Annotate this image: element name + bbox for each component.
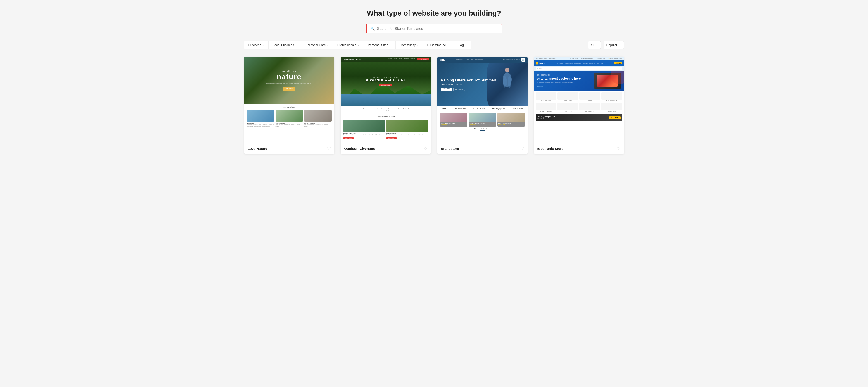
search-container: 🔍 [244,24,624,33]
love-nature-heart-icon[interactable]: ♡ [327,146,331,151]
template-name-love-nature: Love Nature [248,147,268,150]
list-item: GADGETS [579,92,600,101]
electronic-search-bar: 🔍 Search... [536,67,622,70]
brandstore-nav: DNK EVERYTHING WOMEN MEN ACCESSORIES ABO… [437,57,528,63]
filter-sort-select[interactable]: Popular Newest [603,41,624,49]
search-input[interactable] [377,27,498,31]
filter-tabs: Business ▼ Local Business ▼ Personal Car… [244,41,471,49]
chevron-down-icon: ▼ [295,44,297,47]
electronic-banner-text-wrap: The only case you need. Get 30% Off [537,116,556,119]
template-footer-brandstore: Brandstore ♡ [437,143,528,154]
tab-professionals[interactable]: Professionals ▼ [333,41,364,49]
love-nature-service-img-1 [247,110,274,122]
list-item: Let's Lorem Suit Up! CHECK OUT [497,113,525,126]
brandstore-featured-line [479,130,485,131]
outdoor-nav: OUTDOOR ADVENTURES Home About Blog Proje… [341,57,431,62]
tab-personal-care[interactable]: Personal Care ▼ [301,41,333,49]
template-preview-love-nature: we all love nature Look deep into nature… [244,57,334,143]
template-preview-brandstore: DNK EVERYTHING WOMEN MEN ACCESSORIES ABO… [437,57,528,143]
brandstore-hero: Raining Offers For Hot Summer! 25% Off O… [437,63,528,106]
template-card-brandstore[interactable]: DNK EVERYTHING WOMEN MEN ACCESSORIES ABO… [437,57,528,154]
outdoor-event-img-2 [386,120,428,132]
chevron-down-icon: ▼ [447,44,449,47]
tab-community[interactable]: Community ▼ [396,41,423,49]
filter-right: All Popular Newest [588,41,624,49]
electronic-topbar-right: 🚚 Free Shipping ✉ We are available 24/7 … [570,58,622,59]
love-nature-hero-desc: Look deep into nature, and you will unde… [267,82,312,85]
list-item: Everest Camp Trek Fuerat aecu carentem h… [343,120,385,140]
template-footer-love-nature: Love Nature ♡ [244,143,334,154]
template-name-brandstore: Brandstore [441,147,459,150]
love-nature-services: Our Services Web Design There are many w… [244,104,334,143]
list-item: Web Design There are many ways to help a… [247,110,274,127]
brandstore-products-grid: 20% Off on Tank Tops SHOP NOW Latest Eye… [440,113,525,126]
love-nature-hero: we all love nature Look deep into nature… [244,57,334,104]
template-name-outdoor-adventure: Outdoor Adventure [344,147,375,150]
electronic-cat-img-8 [601,103,622,110]
love-nature-service-img-2 [276,110,303,122]
brandstore-products: 20% Off on Tank Tops SHOP NOW Latest Eye… [437,111,528,143]
list-item: Content Creation There are many words so… [304,110,332,127]
list-item: KITCHEN APPLIANCES [536,103,557,112]
electronic-cat-img-5 [536,103,557,110]
brandstore-hero-btns: SHOP NOW FIND MORE [441,88,524,91]
electronic-nav-links: All products Home appliances Audio & vid… [557,62,603,64]
template-card-love-nature[interactable]: we all love nature Look deep into nature… [244,57,334,154]
love-nature-hero-title: nature [267,73,312,81]
template-card-electronic-store[interactable]: 24/7 Customer Service 1-568-534-5876 🚚 F… [534,57,624,154]
electronic-heart-icon[interactable]: ♡ [617,146,621,151]
electronic-cat-img-4 [601,92,622,99]
brandstore-hero-content: Raining Offers For Hot Summer! 25% Off O… [441,78,524,91]
electronic-categories-1: AIR CONDITIONER AUDIO & VIDEO GADGETS [534,91,624,103]
page-title: What type of website are you building? [244,9,624,18]
list-item: Latest Eyewear For You SHOP NOW [469,113,496,126]
tab-personal-sites[interactable]: Personal Sites ▼ [364,41,396,49]
filter-all-select[interactable]: All [588,41,601,49]
list-item: REFRIGERATOR [579,103,600,112]
list-item: 20% Off on Tank Tops SHOP NOW [440,113,467,126]
template-preview-outdoor-adventure: OUTDOOR ADVENTURES Home About Blog Proje… [341,57,431,143]
template-footer-electronic-store: Electronic Store ♡ [534,143,624,154]
electronic-logo: trenmart [536,62,546,64]
brandstore-product-img-3 [497,113,525,122]
search-box: 🔍 [366,24,502,33]
outdoor-nav-links: Home About Blog Projects Contact TAKE AC… [389,58,429,60]
list-item: AUDIO & VIDEO [557,92,579,101]
tab-blog[interactable]: Blog ▼ [453,41,471,49]
love-nature-hero-btn: Get Started [283,87,296,91]
brandstore-heart-icon[interactable]: ♡ [520,146,524,151]
outdoor-water-bg [341,94,431,107]
electronic-hero-text: The best home entertainment system is he… [537,74,581,88]
outdoor-heart-icon[interactable]: ♡ [424,146,427,151]
outdoor-events-grid: Everest Camp Trek Fuerat aecu carentem h… [343,120,428,140]
electronic-banner: The only case you need. Get 30% Off SHOP… [536,114,622,121]
tab-local-business[interactable]: Local Business ▼ [269,41,301,49]
brandstore-cart-icon: 🛒 [521,58,525,62]
search-icon: 🔍 [370,27,375,31]
brandstore-product-img-2 [469,113,496,122]
outdoor-hero: OUTDOOR ADVENTURES Home About Blog Proje… [341,57,431,107]
tab-business[interactable]: Business ▼ [244,41,269,49]
brandstore-product-img-1 [440,113,467,122]
electronic-nav-bar: trenmart All products Home appliances Au… [534,60,624,66]
list-item: HOME APPLIANCES [601,92,622,101]
template-card-outdoor-adventure[interactable]: OUTDOOR ADVENTURES Home About Blog Proje… [341,57,431,154]
list-item: Graphic Design There are many words so t… [276,110,303,127]
love-nature-service-img-3 [304,110,332,122]
electronic-cat-img-6 [557,103,579,110]
tab-ecommerce[interactable]: E-Commerce ▼ [423,41,453,49]
love-nature-hero-small: we all love [267,70,312,73]
brandstore-nav-extra: ABOUT | CONTACT US | €100.00 [503,59,520,60]
chevron-down-icon: ▼ [465,44,467,47]
chevron-down-icon: ▼ [262,44,264,47]
outdoor-event-img-1 [343,120,385,132]
outdoor-hero-text: Explore The Colourful World A WONDERFUL … [366,77,406,86]
outdoor-events: UPCOMING EVENTS Everest Camp Trek Fuerat… [341,113,431,143]
filter-bar: Business ▼ Local Business ▼ Personal Car… [244,41,624,49]
electronic-topbar: 24/7 Customer Service 1-568-534-5876 🚚 F… [534,57,624,60]
chevron-down-icon: ▼ [327,44,329,47]
electronic-cat-img-3 [579,92,600,99]
outdoor-testimonial: "Fuerat aecu carentem habentia spectent … [341,107,431,113]
love-nature-services-grid: Web Design There are many ways to help a… [247,110,332,127]
electronic-logo-icon [536,62,538,64]
